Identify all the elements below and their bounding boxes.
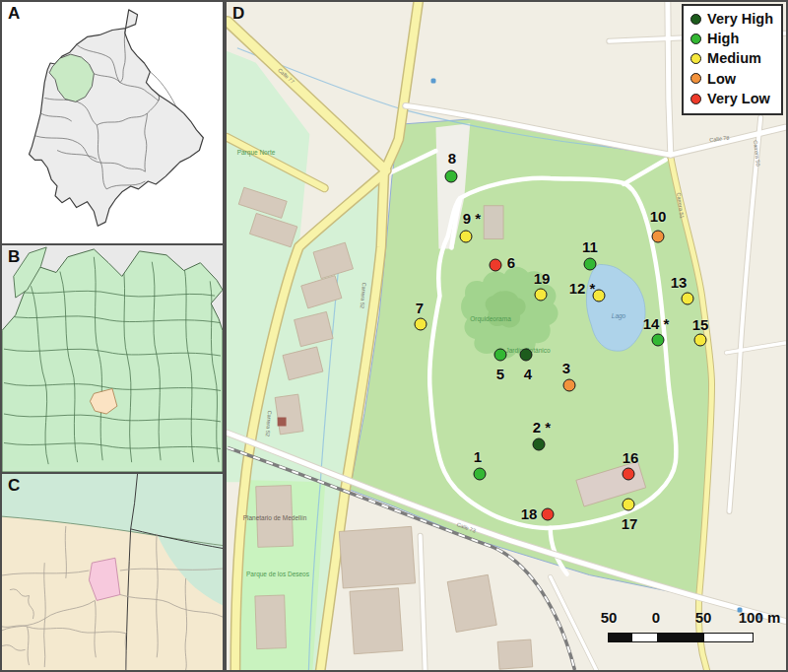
sample-point-dot [490,259,502,272]
place-name-label: Orquideorama [470,315,511,322]
sample-point-dot [623,468,635,481]
sample-point-label: 4 [524,366,532,382]
legend-color-dot [690,14,701,25]
panel-b-department-map: B [0,243,225,474]
legend-item-label: Very Low [707,91,770,107]
legend-color-dot [690,34,701,44]
sample-point-label: 17 [622,515,638,532]
sample-point-label: 12 * [569,280,596,297]
sample-point-label: 8 [448,150,456,167]
sample-point-label: 3 [562,360,570,376]
sample-point-dot [682,293,694,305]
sample-point-label: 11 [582,238,598,255]
sample-point-dot [652,334,665,347]
risk-legend: Very HighHighMediumLowVery Low [682,4,783,115]
legend-item: Low [690,71,773,88]
legend-item-label: Medium [707,50,761,67]
sample-point-dot [520,349,533,362]
sample-point-label: 19 [534,270,551,287]
place-name-label: Planetario de Medellín [243,514,307,521]
sample-point-label: 5 [496,366,504,382]
antioquia-map-svg [2,245,223,472]
legend-color-dot [690,73,701,84]
sample-point-dot [563,379,576,392]
scale-bar-label: 50 [695,609,712,626]
place-name-label: Parque Norte [237,149,276,156]
place-name-label: Lago [612,312,625,319]
figure-root: A [0,0,788,672]
sample-point-dot [415,318,427,331]
legend-item-label: Very High [707,11,773,28]
panel-d-label: D [232,4,244,24]
sample-point-dot [494,349,507,362]
sample-point-label: 16 [623,449,639,466]
station-marker [278,418,287,427]
legend-color-dot [690,94,701,104]
sample-point-label: 1 [474,448,482,465]
sample-point-dot [474,468,487,481]
sample-point-dot [584,258,597,271]
sample-point-dot [652,231,665,243]
scale-bar-segments [608,633,754,642]
sample-point-label: 15 [692,316,709,333]
legend-item: Medium [690,50,773,67]
legend-item: Very Low [690,91,773,107]
legend-item: Very High [690,11,773,28]
sample-point-dot [535,289,548,302]
panel-b-label: B [8,247,20,267]
sample-point-label: 18 [521,505,538,522]
panel-c-label: C [8,476,20,496]
scale-bar-segment [632,634,657,641]
sample-point-label: 14 * [643,315,670,332]
water-poi-icon [431,79,436,84]
sample-point-dot [542,508,555,521]
sample-point-label: 2 * [533,419,551,436]
colombia-map-svg [2,2,223,243]
sample-point-dot [460,231,473,243]
scale-bar-segment [657,634,704,641]
legend-item-label: Low [707,71,736,88]
sample-point-label: 6 [507,254,515,271]
scale-bar-segment [609,634,632,641]
legend-color-dot [690,53,701,64]
place-name-label: Parque de los Deseos [246,571,309,577]
sample-point-label: 13 [671,274,688,291]
panel-c-city-map: C [0,472,225,672]
panel-d-park-map: Carrera 52Carrera 52Calle 77Calle 78Carr… [225,0,788,672]
sample-point-dot [623,499,635,511]
sample-point-dot [533,438,546,451]
panel-a-label: A [8,4,20,24]
sample-point-label: 10 [650,208,667,225]
sample-point-dot [445,170,458,183]
city-map-svg [2,474,223,670]
scale-bar-segment [704,634,753,641]
panel-a-colombia-map: A [0,0,225,245]
legend-item: High [690,31,773,47]
sample-point-dot [694,334,707,347]
scale-bar-label: 50 [601,609,618,626]
legend-item-label: High [707,31,739,47]
sample-point-label: 9 * [463,210,481,227]
scale-bar-label: 100 m [739,609,781,626]
sample-point-label: 7 [416,300,424,316]
scale-bar-label: 0 [652,609,660,626]
